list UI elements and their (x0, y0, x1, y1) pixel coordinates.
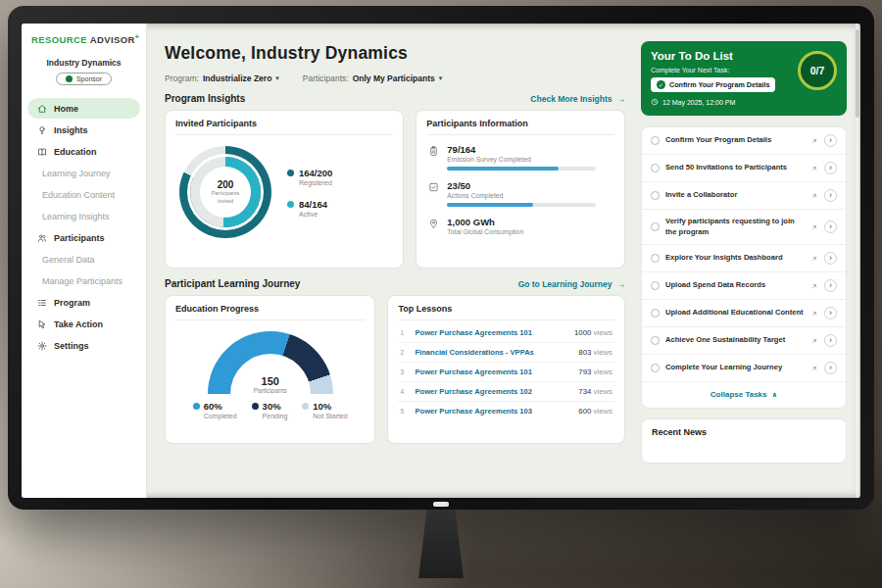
todo-task-row[interactable]: Invite a Collaborator › (642, 182, 846, 210)
sidebar-item[interactable]: Program (27, 292, 140, 313)
task-checkbox[interactable] (651, 364, 660, 372)
todo-task-row[interactable]: Confirm Your Program Details › (642, 127, 846, 155)
info-value: 79/164 (447, 144, 596, 155)
chevron-right-icon[interactable]: › (824, 362, 837, 374)
task-checkbox[interactable] (651, 281, 660, 290)
legend-value: 30% (263, 401, 288, 412)
open-task-icon (810, 282, 818, 290)
desk-scene: RESOURCE ADVISOR+ Industry Dynamics Spon… (0, 0, 882, 588)
task-checkbox[interactable] (651, 164, 660, 172)
chevron-down-icon: ▾ (275, 74, 279, 82)
next-task-pill[interactable]: ✓ Confirm Your Program Details (651, 77, 775, 92)
todo-task-row[interactable]: Upload Spend Data Records › (642, 272, 846, 300)
sidebar-item-label: Education (54, 147, 97, 157)
open-task-icon (810, 165, 818, 172)
scrollbar-thumb[interactable] (856, 29, 859, 118)
open-task-icon (810, 365, 818, 372)
legend-value: 10% (313, 401, 347, 412)
chevron-right-icon[interactable]: › (824, 252, 837, 265)
chevron-right-icon[interactable]: › (824, 279, 837, 292)
monitor-power-button (433, 502, 449, 507)
legend-item: 84/164 Active (287, 199, 332, 218)
participants-dropdown-value: Only My Participants (353, 74, 435, 83)
lesson-link[interactable]: Power Purchase Agreements 103 (415, 407, 571, 416)
sidebar-item[interactable]: Manage Participants (27, 270, 140, 291)
chevron-right-icon[interactable]: › (824, 189, 837, 202)
task-checkbox[interactable] (651, 309, 660, 318)
todo-progress-value: 0/7 (810, 65, 825, 76)
todo-summary-card: Your To Do List Complete Your Next Task:… (641, 41, 847, 116)
chevron-right-icon[interactable]: › (824, 220, 837, 233)
todo-progress-badge: 0/7 (798, 51, 837, 90)
sidebar-item-label: Learning Insights (42, 212, 110, 221)
program-dropdown[interactable]: Program: Industrialize Zero ▾ (165, 74, 279, 83)
legend-dot (287, 170, 294, 176)
open-task-icon (810, 337, 818, 345)
sidebar-item[interactable]: Insights (27, 120, 140, 140)
chevron-right-icon[interactable]: › (824, 162, 837, 174)
todo-list-card: Confirm Your Program Details › Send 50 I… (641, 126, 847, 409)
chevron-right-icon[interactable]: › (824, 334, 837, 347)
next-task-time: 12 May 2025, 12:00 PM (651, 98, 837, 106)
sidebar-item[interactable]: Learning Journey (27, 163, 140, 183)
progress-bar-fill (447, 167, 559, 171)
chevron-right-icon[interactable]: › (824, 307, 837, 319)
info-value: 23/50 (447, 180, 596, 191)
participants-information-title: Participants Information (426, 119, 614, 135)
todo-task-row[interactable]: Complete Your Learning Journey › (642, 355, 846, 382)
task-checkbox[interactable] (651, 191, 660, 200)
lesson-views: 1000 views (574, 328, 612, 337)
chevron-right-icon[interactable]: › (824, 134, 837, 147)
scrollbar[interactable] (856, 24, 859, 498)
participants-dropdown[interactable]: Participants: Only My Participants ▾ (303, 74, 442, 83)
open-task-icon (810, 255, 818, 263)
sidebar-item[interactable]: General Data (27, 249, 140, 270)
go-to-learning-journey-link[interactable]: Go to Learning Journey → (518, 279, 625, 289)
home-icon (37, 104, 47, 114)
top-lessons-card: Top Lessons 1 Power Purchase Agreements … (387, 295, 625, 444)
todo-task-row[interactable]: Send 50 Invitations to Participants › (642, 155, 846, 182)
participants-info-row: 79/164 Emission Survey Completed (428, 144, 612, 171)
task-label: Upload Additional Educational Content (665, 308, 805, 318)
lesson-rank: 2 (400, 349, 408, 356)
progress-bar (447, 203, 596, 207)
lesson-link[interactable]: Power Purchase Agreements 102 (415, 387, 571, 396)
task-label: Complete Your Learning Journey (665, 363, 805, 373)
chevron-down-icon: ▾ (439, 74, 443, 82)
sidebar-item-label: Education Content (42, 190, 115, 200)
participants-info-row: 1,000 GWh Total Global Consumption (428, 217, 612, 235)
task-checkbox[interactable] (651, 222, 660, 231)
checklist-icon (428, 181, 439, 193)
lesson-link[interactable]: Financial Considerations - VPPAs (415, 348, 571, 357)
todo-task-row[interactable]: Upload Additional Educational Content › (642, 300, 846, 327)
legend-value: 164/200 (299, 168, 332, 178)
task-label: Upload Spend Data Records (665, 280, 805, 291)
sidebar-item[interactable]: Education Content (27, 184, 140, 205)
sponsor-badge[interactable]: Sponsor (56, 73, 112, 85)
todo-task-row[interactable]: Achieve One Sustainability Target › (642, 327, 846, 355)
task-checkbox[interactable] (651, 136, 660, 145)
learning-journey-header: Participant Learning Journey Go to Learn… (165, 278, 625, 289)
sidebar-item-label: Learning Journey (42, 169, 111, 178)
sidebar-item[interactable]: Home (27, 98, 140, 119)
lesson-link[interactable]: Power Purchase Agreements 101 (415, 368, 571, 376)
sidebar-item-label: Program (54, 298, 90, 308)
logo-plus: + (135, 33, 140, 40)
sidebar-item[interactable]: Settings (27, 335, 140, 356)
todo-column: Your To Do List Complete Your Next Task:… (637, 24, 860, 498)
sidebar-item[interactable]: Participants (27, 227, 140, 248)
arrow-right-icon: → (617, 94, 626, 104)
lesson-link[interactable]: Power Purchase Agreements 101 (415, 328, 567, 337)
gauge-center-label: Participants (208, 387, 333, 394)
sidebar-item[interactable]: Learning Insights (27, 206, 140, 226)
legend-dot (287, 201, 294, 208)
todo-task-row[interactable]: Explore Your Insights Dashboard › (642, 245, 846, 272)
sidebar-item[interactable]: Education (27, 141, 140, 162)
task-checkbox[interactable] (651, 254, 660, 263)
sidebar-item[interactable]: Take Action (27, 314, 140, 334)
check-more-insights-link[interactable]: Check More Insights → (530, 94, 625, 104)
task-checkbox[interactable] (651, 336, 660, 345)
take-action-icon (37, 319, 47, 329)
collapse-tasks-button[interactable]: Collapse Tasks ∧ (642, 382, 846, 408)
todo-task-row[interactable]: Verify participants requesting to join t… (642, 210, 846, 245)
